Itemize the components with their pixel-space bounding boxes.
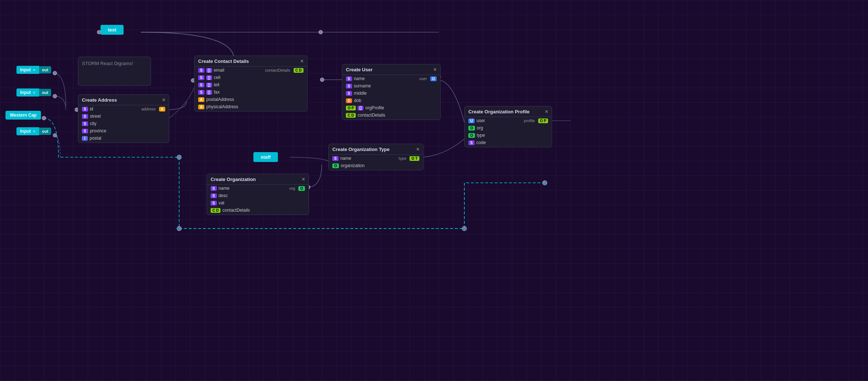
badge-cd: C D	[294, 68, 303, 73]
field-organization: organization	[341, 163, 365, 168]
field-middle: middle	[354, 91, 367, 96]
badge-s-street: S	[82, 114, 88, 119]
create-address-close[interactable]: ×	[162, 97, 165, 103]
field-city: city	[90, 121, 97, 126]
svg-point-12	[53, 71, 57, 75]
badge-o-org: O	[468, 126, 475, 131]
staff-node[interactable]: staff	[253, 152, 278, 162]
input-label-1: Input ×	[16, 66, 39, 74]
user-row-orgprofile: O P [] orgProfile	[342, 104, 440, 112]
user-row-contactdetails: C D contactDetails	[342, 112, 440, 120]
output-address-label: address	[141, 107, 156, 111]
staff-label: staff	[261, 154, 271, 160]
badge-o-org-out: O	[298, 186, 305, 191]
create-org-profile-header: Create Organization Profile ×	[465, 106, 552, 117]
input-3-out: out	[39, 128, 51, 135]
badge-s-middle: S	[346, 91, 352, 96]
badge-s-surname: S	[346, 84, 352, 88]
input-1-close[interactable]: ×	[33, 68, 35, 72]
field-org: org	[477, 125, 483, 131]
badge-d-dob: D	[346, 98, 352, 103]
field-surname: surname	[354, 83, 371, 88]
create-user-close[interactable]: ×	[434, 67, 437, 72]
field-tell: tell	[214, 82, 219, 87]
western-cap-node[interactable]: Western Cap	[5, 111, 41, 120]
create-org-header: Create Organization ×	[207, 174, 309, 185]
input-label-2: Input ×	[16, 88, 39, 97]
field-dob: dob	[354, 98, 361, 103]
org-row-vat: S vat	[207, 199, 309, 207]
orgprofile-row-org: O org	[465, 124, 552, 132]
create-user-node: Create User × S name user U S surname S …	[342, 64, 441, 120]
badge-brk-org: []	[358, 106, 363, 110]
svg-point-15	[42, 116, 46, 120]
badge-cd-user: C D	[346, 113, 356, 118]
contact-row-email: S [] email contactDetails C D	[195, 67, 307, 74]
badge-a-postal: A	[198, 97, 204, 102]
field-postal: postal	[90, 136, 101, 141]
badge-u: U	[430, 76, 437, 81]
user-row-middle: S middle	[342, 90, 440, 97]
contact-row-fax: S [] fax	[195, 88, 307, 96]
field-code: code	[476, 140, 486, 145]
org-row-name: S name org O	[207, 185, 309, 192]
field-desc: desc	[219, 193, 228, 198]
create-contact-details-node: Create Contact Details × S [] email cont…	[194, 56, 307, 112]
badge-s-vat: S	[211, 201, 217, 205]
output-profile-label: profile	[524, 118, 535, 123]
orgtype-row-org: O organization	[329, 162, 423, 170]
input-2-out: out	[39, 89, 51, 96]
create-contact-details-header: Create Contact Details ×	[195, 56, 307, 67]
field-cell: cell	[214, 75, 220, 80]
badge-s-fax: S	[198, 90, 204, 95]
badge-brk-tell: []	[206, 83, 212, 87]
badge-s-id: S	[82, 107, 88, 112]
badge-op: O P	[346, 106, 356, 110]
badge-i-postal: I	[82, 136, 88, 141]
svg-point-9	[177, 226, 181, 231]
field-orgtype-name: name	[340, 156, 351, 161]
badge-op-profile: O P	[538, 118, 548, 123]
create-org-type-node: Create Organization Type × S name type O…	[328, 144, 423, 170]
badge-s-city: S	[82, 121, 88, 126]
svg-point-1	[319, 30, 322, 34]
create-org-title: Create Organization	[211, 177, 256, 182]
storm-node: STORM React Digrams!	[78, 57, 151, 86]
input-label-3: Input ×	[16, 127, 39, 135]
create-user-title: Create User	[346, 67, 373, 72]
create-org-type-close[interactable]: ×	[416, 146, 419, 152]
input-2-close[interactable]: ×	[33, 90, 35, 95]
input-3-close[interactable]: ×	[33, 129, 35, 133]
create-address-node: Create Address × S id address A S street…	[78, 94, 169, 143]
field-contactdetails: contactDetails	[358, 113, 385, 118]
create-address-row-street: S street	[78, 113, 169, 120]
badge-ot: O T	[410, 156, 419, 161]
create-org-profile-title: Create Organization Profile	[468, 109, 530, 114]
svg-point-8	[177, 155, 181, 159]
test-label: test	[108, 27, 116, 33]
badge-s-orgtype-name: S	[332, 156, 339, 161]
create-org-profile-close[interactable]: ×	[545, 109, 548, 114]
create-address-row-province: S province	[78, 127, 169, 135]
badge-s-desc: S	[211, 193, 217, 198]
field-org-name: name	[219, 186, 230, 191]
test-node[interactable]: test	[101, 25, 124, 35]
create-org-close[interactable]: ×	[302, 176, 305, 182]
svg-point-11	[543, 181, 547, 185]
contact-row-tell: S [] tell	[195, 81, 307, 88]
user-row-surname: S surname	[342, 82, 440, 90]
field-email: email	[214, 68, 224, 73]
svg-point-14	[53, 133, 57, 137]
badge-s-name: S	[346, 76, 352, 81]
create-contact-details-close[interactable]: ×	[301, 58, 303, 64]
orgprofile-row-code: S code	[465, 139, 552, 147]
output-user-label: user	[419, 76, 427, 81]
contact-row-postal: A postalAddress	[195, 96, 307, 103]
contact-row-cell: S [] cell	[195, 74, 307, 81]
canvas: test STORM React Digrams! Input × out In…	[0, 0, 868, 381]
badge-brk-email: []	[206, 68, 212, 73]
user-row-dob: D dob	[342, 97, 440, 104]
badge-brk-cell: []	[206, 75, 212, 80]
user-row-name: S name user U	[342, 75, 440, 82]
create-address-title: Create Address	[82, 97, 117, 103]
